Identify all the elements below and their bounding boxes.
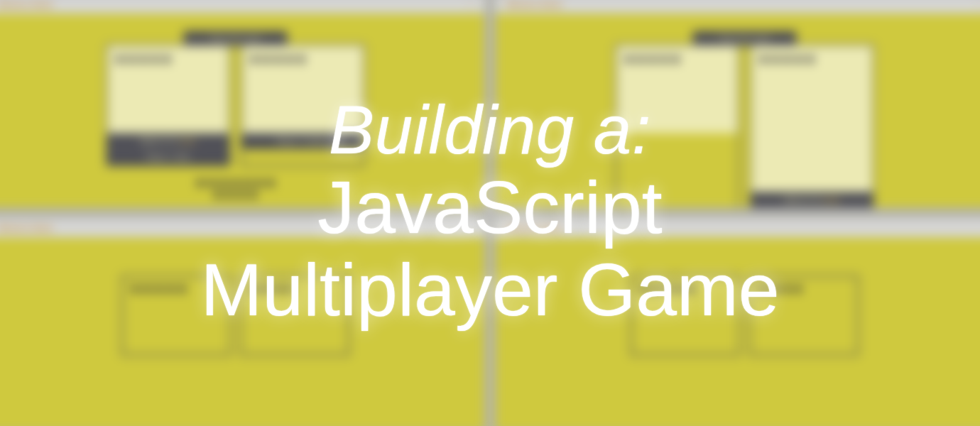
window-titlebar: Memory Game ··· <box>0 0 485 13</box>
card-well <box>107 45 229 133</box>
game-panel-top-right: Memory Game ··· Your turn now! <box>494 0 980 209</box>
mini-cards-row <box>631 275 859 356</box>
cards-row: Match it! Or pass Player 1: Alex Player … <box>106 44 365 166</box>
board-area <box>495 237 980 373</box>
turn-badge: Your turn now! <box>692 31 797 46</box>
card-pips <box>251 56 354 63</box>
card-pips <box>760 56 864 63</box>
game-panel-bottom-right: Memory Game <box>494 217 980 426</box>
card-status: Match it! Or pass <box>107 133 229 149</box>
board-area: Your turn now! <box>495 13 980 209</box>
app-title: Memory Game <box>0 223 53 231</box>
card-pips <box>116 56 220 63</box>
floor-pips <box>192 180 280 199</box>
card-pips <box>131 285 221 293</box>
mini-card <box>631 275 741 356</box>
mini-card <box>240 275 350 356</box>
menu-dots: ··· <box>467 0 474 8</box>
player-card-1: Match it! Or pass Player 1: Alex <box>106 44 230 166</box>
app-title: Memory Game <box>507 0 562 9</box>
turn-badge: Your turn now! <box>183 31 288 46</box>
window-titlebar: Memory Game ··· <box>495 0 980 13</box>
mini-card <box>121 275 231 356</box>
window-titlebar: Memory Game <box>0 218 485 237</box>
game-panel-bottom-left: Memory Game <box>0 217 486 426</box>
card-well <box>751 45 873 192</box>
card-player-label: Player 1: Alex <box>107 148 229 165</box>
card-player-label: Player 2: Ashley <box>242 133 364 150</box>
card-well <box>242 45 364 133</box>
card-pips <box>626 56 729 63</box>
board-area <box>0 237 485 373</box>
game-panel-top-left: Memory Game ··· Your turn now! Match it! <box>0 0 486 209</box>
cards-row: Match it! Or pass Player 2: Ashley <box>615 44 874 209</box>
mini-card <box>749 275 859 356</box>
card-pips <box>759 285 849 293</box>
player-card-2: Match it! Or pass Player 2: Ashley <box>750 44 874 209</box>
card-pips <box>250 285 339 293</box>
app-title: Memory Game <box>507 223 562 231</box>
app-title: Memory Game <box>0 0 53 9</box>
panel-grid: Memory Game ··· Your turn now! Match it! <box>0 0 980 426</box>
board-area: Your turn now! Match it! Or pass Player … <box>0 13 485 209</box>
card-well <box>616 45 738 133</box>
card-player-label: Player 2: Ashley <box>751 207 873 209</box>
menu-dots: ··· <box>976 0 980 8</box>
player-card-2: Player 2: Ashley <box>241 44 365 166</box>
card-pips <box>641 285 730 293</box>
mini-cards-row <box>121 275 349 356</box>
player-card-1 <box>615 44 739 209</box>
window-titlebar: Memory Game <box>495 218 980 237</box>
card-status: Match it! Or pass <box>751 192 873 207</box>
blurred-background: Memory Game ··· Your turn now! Match it! <box>0 0 980 426</box>
